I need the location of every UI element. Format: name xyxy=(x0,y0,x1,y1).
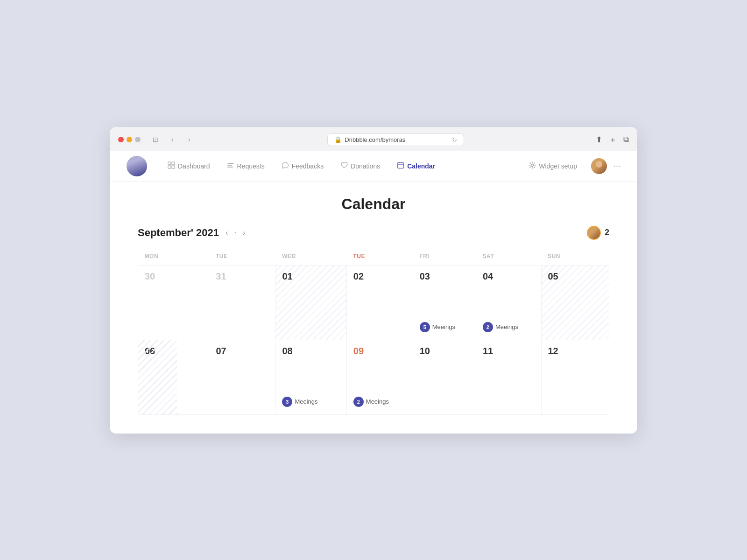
month-dot: • xyxy=(234,230,236,235)
dashboard-icon xyxy=(168,161,175,171)
dashboard-label: Dashboard xyxy=(178,162,210,170)
minimize-traffic-light[interactable] xyxy=(127,137,132,142)
nav-right: Widget setup ··· xyxy=(521,158,620,174)
event-badge[interactable]: 5 Meeings xyxy=(420,322,455,332)
window-controls: ⊡ ‹ › xyxy=(149,134,196,145)
calendar-header: September' 2021 ‹ • › 2 xyxy=(138,226,609,240)
calendar-right-info: 2 xyxy=(587,226,609,240)
browser-window: ⊡ ‹ › 🔒 Dribbble.com/bymoras ↻ ⬆ ＋ ⧉ xyxy=(110,127,637,434)
svg-rect-0 xyxy=(168,162,171,165)
sidebar-toggle-button[interactable]: ⊡ xyxy=(149,134,162,145)
calendar-day-31[interactable]: 31 xyxy=(209,265,275,340)
avatar[interactable] xyxy=(591,158,607,174)
prev-month-button[interactable]: ‹ xyxy=(224,228,230,238)
lock-icon: 🔒 xyxy=(334,136,342,143)
day-number: 11 xyxy=(483,346,535,357)
calendar-day-08[interactable]: 08 3 Meeings xyxy=(275,340,346,414)
forward-button[interactable]: › xyxy=(183,134,196,145)
month-nav: September' 2021 ‹ • › xyxy=(138,227,247,239)
day-number: 05 xyxy=(548,271,603,282)
day-number: 04 xyxy=(483,271,535,282)
day-header-fri: FRI xyxy=(413,249,476,266)
badge-count: 5 xyxy=(420,322,430,332)
event-badge[interactable]: 2 Meeings xyxy=(353,397,389,407)
svg-rect-7 xyxy=(398,162,404,168)
day-number: 12 xyxy=(548,346,603,357)
donations-label: Donations xyxy=(351,162,380,170)
event-badge[interactable]: 3 Meeings xyxy=(282,397,317,407)
calendar-day-09[interactable]: 09 2 Meeings xyxy=(346,340,413,414)
address-bar[interactable]: 🔒 Dribbble.com/bymoras ↻ xyxy=(327,133,464,146)
feedbacks-label: Feedbacks xyxy=(292,162,324,170)
next-month-button[interactable]: › xyxy=(241,228,247,238)
calendar-day-07[interactable]: 07 xyxy=(209,340,275,414)
calendar-avatar xyxy=(587,226,601,240)
calendar-day-05[interactable]: 05 xyxy=(541,265,609,340)
back-button[interactable]: ‹ xyxy=(166,134,179,145)
sidebar-item-calendar[interactable]: Calendar xyxy=(389,158,443,175)
main-content: Calendar September' 2021 ‹ • › 2 M xyxy=(110,182,637,434)
widget-icon xyxy=(529,161,536,170)
svg-rect-6 xyxy=(227,167,233,168)
feedbacks-icon xyxy=(282,161,289,171)
svg-rect-2 xyxy=(168,166,171,168)
day-number: 08 xyxy=(282,346,339,357)
event-count: 2 xyxy=(605,228,609,238)
sidebar-item-donations[interactable]: Donations xyxy=(333,158,388,175)
svg-rect-4 xyxy=(227,163,234,164)
calendar-grid: MON TUE WED TUE FRI SAT SUN 3031010203 5… xyxy=(138,249,609,415)
share-icon[interactable]: ⬆ xyxy=(596,135,602,145)
calendar-day-10[interactable]: 10 xyxy=(413,340,476,414)
page-title: Calendar xyxy=(138,196,609,213)
sidebar-item-dashboard[interactable]: Dashboard xyxy=(160,158,218,175)
donations-icon xyxy=(340,161,348,171)
badge-label: Meeings xyxy=(432,323,455,330)
day-number: 31 xyxy=(216,271,268,282)
calendar-day-12[interactable]: 12 xyxy=(541,340,609,414)
day-header-tue2: TUE xyxy=(346,249,413,266)
sidebar-item-feedbacks[interactable]: Feedbacks xyxy=(274,158,331,175)
app-logo[interactable] xyxy=(127,156,147,176)
traffic-lights xyxy=(118,137,141,142)
close-traffic-light[interactable] xyxy=(118,137,124,142)
month-title: September' 2021 xyxy=(138,227,219,239)
url-text: Dribbble.com/bymoras xyxy=(345,136,405,143)
calendar-day-04[interactable]: 04 2 Meeings xyxy=(476,265,541,340)
calendar-day-02[interactable]: 02 xyxy=(346,265,413,340)
svg-rect-3 xyxy=(172,166,175,168)
sidebar-item-requests[interactable]: Requests xyxy=(219,158,272,175)
calendar-label: Calendar xyxy=(407,162,435,170)
day-header-sun: SUN xyxy=(541,249,609,266)
new-tab-icon[interactable]: ＋ xyxy=(609,134,617,145)
calendar-day-06[interactable]: 06 xyxy=(138,340,209,414)
day-number: 06 xyxy=(145,346,202,357)
tabs-icon[interactable]: ⧉ xyxy=(623,135,629,144)
expand-traffic-light[interactable] xyxy=(135,137,141,142)
widget-setup-link[interactable]: Widget setup xyxy=(521,158,585,174)
day-number: 09 xyxy=(353,346,406,357)
calendar-day-30[interactable]: 30 xyxy=(138,265,209,340)
more-menu-button[interactable]: ··· xyxy=(613,161,620,171)
day-header-wed: WED xyxy=(275,249,346,266)
day-number: 02 xyxy=(353,271,406,282)
badge-count: 3 xyxy=(282,397,292,407)
event-badge[interactable]: 2 Meeings xyxy=(483,322,518,332)
day-header-sat: SAT xyxy=(476,249,541,266)
calendar-day-11[interactable]: 11 xyxy=(476,340,541,414)
calendar-icon xyxy=(397,161,404,171)
day-number: 07 xyxy=(216,346,268,357)
widget-setup-label: Widget setup xyxy=(539,162,577,170)
day-number: 01 xyxy=(282,271,339,282)
day-number: 10 xyxy=(420,346,469,357)
reload-icon[interactable]: ↻ xyxy=(452,136,457,143)
day-number: 30 xyxy=(145,271,202,282)
svg-rect-5 xyxy=(227,165,232,166)
app-content: Dashboard Requests Feedbacks xyxy=(110,151,637,434)
calendar-day-01[interactable]: 01 xyxy=(275,265,346,340)
requests-label: Requests xyxy=(237,162,265,170)
requests-icon xyxy=(227,161,234,171)
badge-label: Meeings xyxy=(366,398,389,405)
calendar-day-03[interactable]: 03 5 Meeings xyxy=(413,265,476,340)
nav-items: Dashboard Requests Feedbacks xyxy=(160,158,521,175)
nav: Dashboard Requests Feedbacks xyxy=(110,151,637,182)
